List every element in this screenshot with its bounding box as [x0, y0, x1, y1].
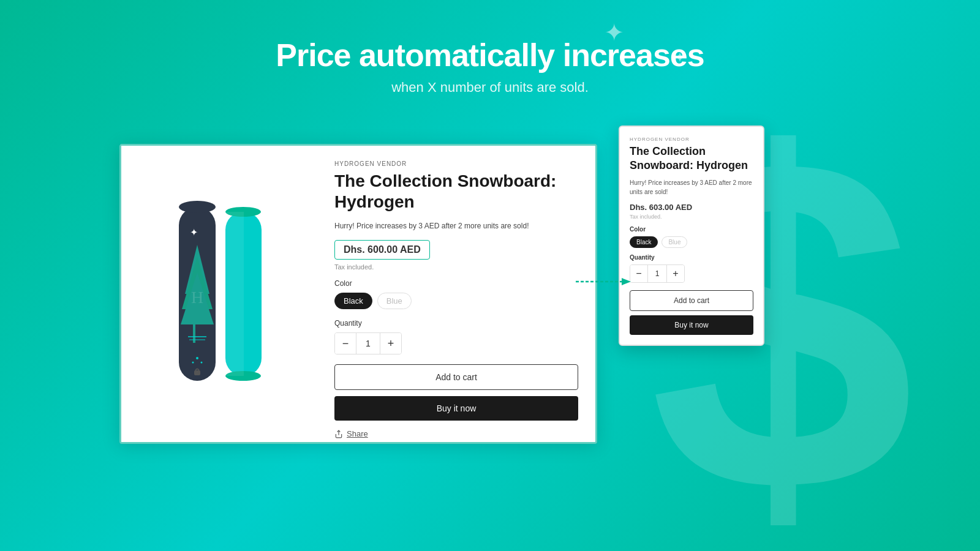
popup-product-card: HYDROGEN VENDOR The Collection Snowboard…	[619, 126, 764, 346]
color-label: Color	[334, 279, 578, 288]
page-header: Price automatically increases when X num…	[0, 0, 980, 96]
popup-product-title: The Collection Snowboard: Hydrogen	[630, 144, 753, 172]
popup-quantity-increase-button[interactable]: +	[667, 265, 684, 282]
snowboard-dark-image: ✦ H	[176, 196, 219, 392]
popup-price-text: Dhs. 603.00 AED	[630, 203, 753, 212]
main-product-card: ✦ H Hydrogen	[119, 144, 597, 444]
svg-point-11	[179, 201, 216, 213]
popup-quantity-label: Quantity	[630, 254, 753, 261]
product-images-area: ✦ H Hydrogen	[121, 146, 317, 442]
snowboard-teal-image: Hydrogen	[224, 202, 263, 386]
popup-vendor-label: HYDROGEN VENDOR	[630, 137, 753, 142]
color-options: Black Blue	[334, 293, 578, 309]
popup-quantity-value: 1	[647, 265, 667, 282]
price-box: Dhs. 600.00 AED	[334, 240, 430, 260]
vendor-label: HYDROGEN VENDOR	[334, 160, 578, 167]
svg-rect-10	[194, 370, 200, 375]
svg-text:H: H	[190, 288, 203, 307]
svg-point-9	[200, 362, 202, 364]
quantity-label: Quantity	[334, 319, 578, 328]
svg-rect-19	[225, 212, 244, 376]
svg-point-8	[192, 362, 194, 364]
page-subtitle: when X number of units are sold.	[0, 80, 980, 96]
tax-label: Tax included.	[334, 263, 578, 271]
popup-quantity-stepper: − 1 +	[630, 264, 685, 283]
share-icon	[334, 430, 343, 438]
popup-quantity-decrease-button[interactable]: −	[630, 265, 647, 282]
share-link[interactable]: Share	[334, 429, 578, 438]
share-text: Share	[347, 429, 368, 438]
popup-color-label: Color	[630, 226, 753, 233]
svg-point-7	[196, 357, 198, 359]
product-info-area: HYDROGEN VENDOR The Collection Snowboard…	[317, 146, 595, 442]
popup-color-black-button[interactable]: Black	[630, 236, 658, 248]
svg-text:✦: ✦	[189, 227, 197, 238]
quantity-stepper: − 1 +	[334, 332, 402, 354]
quantity-decrease-button[interactable]: −	[335, 333, 356, 354]
product-title: The Collection Snowboard: Hydrogen	[334, 171, 578, 212]
urgency-message: Hurry! Price increases by 3 AED after 2 …	[334, 220, 578, 231]
add-to-cart-button[interactable]: Add to cart	[334, 364, 578, 390]
popup-buy-now-button[interactable]: Buy it now	[630, 315, 753, 335]
popup-color-options: Black Blue	[630, 236, 753, 248]
buy-now-button[interactable]: Buy it now	[334, 396, 578, 421]
snowboard-images: ✦ H Hydrogen	[176, 196, 263, 392]
popup-tax-label: Tax included.	[630, 214, 753, 220]
quantity-value: 1	[356, 333, 380, 354]
color-blue-button[interactable]: Blue	[377, 293, 412, 309]
popup-color-blue-button[interactable]: Blue	[662, 236, 687, 248]
quantity-increase-button[interactable]: +	[380, 333, 401, 354]
page-title: Price automatically increases	[0, 37, 980, 73]
color-black-button[interactable]: Black	[334, 293, 372, 309]
popup-add-to-cart-button[interactable]: Add to cart	[630, 290, 753, 311]
popup-urgency-message: Hurry! Price increases by 3 AED after 2 …	[630, 178, 753, 197]
price-text: Dhs. 600.00 AED	[344, 244, 421, 255]
